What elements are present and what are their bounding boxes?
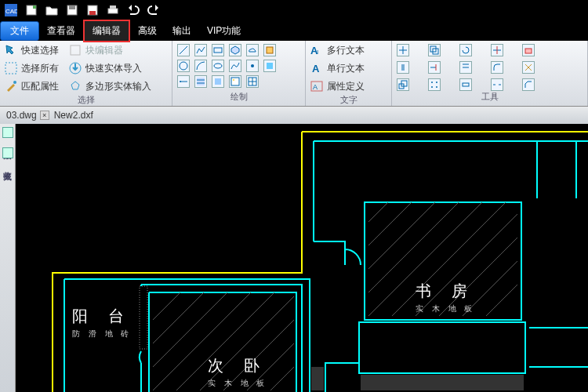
- insert-block-icon[interactable]: [263, 60, 276, 72]
- quick-import-icon[interactable]: [69, 62, 82, 74]
- attdef-label[interactable]: 属性定义: [327, 80, 365, 93]
- block-icon[interactable]: [263, 44, 276, 56]
- open-icon[interactable]: [44, 2, 60, 18]
- trim-icon[interactable]: [491, 44, 503, 56]
- mirror-icon[interactable]: [397, 61, 409, 74]
- redo-icon[interactable]: [146, 2, 162, 18]
- room-balcony: 阳 台 防 滑 地 砖: [72, 306, 132, 339]
- dtext-label[interactable]: 单行文本: [327, 62, 365, 75]
- cloud-icon[interactable]: [246, 44, 259, 56]
- menu-view[interactable]: 查看器: [39, 21, 83, 41]
- line-icon[interactable]: [177, 44, 190, 56]
- stretch-icon[interactable]: [459, 78, 472, 91]
- spline-icon[interactable]: [229, 60, 241, 72]
- ray-icon[interactable]: [177, 75, 190, 88]
- array-icon[interactable]: [428, 78, 441, 91]
- pdf-icon[interactable]: [85, 2, 100, 18]
- rotate-icon[interactable]: [459, 44, 472, 56]
- mtext-icon[interactable]: AI: [310, 44, 323, 56]
- menu-file[interactable]: 文件: [0, 21, 39, 41]
- move-icon[interactable]: [397, 44, 409, 56]
- side-fav-icon[interactable]: [2, 147, 13, 158]
- svg-point-18: [214, 64, 222, 68]
- ribbon-group-tools: 工具: [392, 41, 588, 106]
- svg-text:A: A: [312, 63, 320, 74]
- drawing-canvas[interactable]: 阳 台 防 滑 地 砖 次 卧 实 木 地 板 书 房 实 木 地 板: [16, 124, 588, 392]
- floorplan-svg: [16, 124, 588, 392]
- dtext-icon[interactable]: A: [310, 62, 323, 74]
- file-tab-2[interactable]: New2.dxf: [54, 110, 93, 121]
- svg-point-13: [13, 81, 16, 84]
- explode-icon[interactable]: [522, 61, 535, 74]
- menu-editor[interactable]: 编辑器: [83, 20, 130, 42]
- svg-rect-77: [361, 375, 524, 390]
- arc-icon[interactable]: [194, 60, 207, 72]
- svg-rect-16: [267, 47, 273, 53]
- quick-select-label[interactable]: 快速选择: [21, 44, 59, 57]
- polygon-icon[interactable]: [229, 44, 241, 56]
- scale-icon[interactable]: [397, 78, 409, 91]
- circle-icon[interactable]: [177, 60, 190, 72]
- svg-point-17: [180, 62, 187, 70]
- offset-icon[interactable]: [459, 61, 472, 74]
- balcony-floor: 防 滑 地 砖: [72, 328, 132, 339]
- svg-line-14: [180, 46, 187, 54]
- region-icon[interactable]: [212, 75, 224, 88]
- new-icon[interactable]: [24, 2, 39, 18]
- undo-icon[interactable]: [125, 2, 141, 18]
- print-icon[interactable]: [105, 2, 121, 18]
- ribbon-group-select: 快速选择 块编辑器 选择所有 快速实体导入 匹配属性 多边形实体输入 选择: [0, 41, 172, 106]
- side-drawing-icon[interactable]: [2, 127, 13, 138]
- svg-line-60: [270, 367, 294, 390]
- quick-select-icon[interactable]: [5, 44, 17, 56]
- svg-line-63: [153, 292, 180, 320]
- block-editor-label: 块编辑器: [85, 44, 123, 57]
- rect-icon[interactable]: [212, 44, 224, 56]
- draw-tools-grid: [177, 42, 300, 88]
- match-props-icon[interactable]: [5, 80, 17, 93]
- extend-icon[interactable]: [428, 61, 441, 74]
- polyline-icon[interactable]: [194, 44, 207, 56]
- menu-advanced[interactable]: 高级: [130, 21, 165, 41]
- balcony-name: 阳 台: [72, 306, 132, 327]
- svg-rect-27: [231, 78, 239, 85]
- polygon-import-label[interactable]: 多边形实体输入: [85, 80, 151, 93]
- ellipse-icon[interactable]: [212, 60, 224, 72]
- match-props-label[interactable]: 匹配属性: [21, 80, 59, 93]
- mtext-label[interactable]: 多行文本: [327, 44, 365, 57]
- table-icon[interactable]: [246, 75, 259, 88]
- image-icon[interactable]: [229, 75, 241, 88]
- svg-point-49: [436, 86, 437, 88]
- svg-rect-9: [110, 5, 116, 9]
- menu-output[interactable]: 输出: [165, 21, 199, 41]
- svg-point-28: [233, 79, 234, 81]
- break-icon[interactable]: [491, 78, 503, 91]
- svg-rect-74: [140, 286, 147, 349]
- select-all-icon[interactable]: [5, 62, 17, 74]
- chamfer-icon[interactable]: [522, 78, 535, 91]
- erase-icon[interactable]: [522, 44, 535, 56]
- ribbon-group-text: AI 多行文本 A 单行文本 A 属性定义 文字: [306, 41, 392, 106]
- point-icon[interactable]: [246, 60, 259, 72]
- file-tab-1[interactable]: 03.dwg ×: [6, 110, 49, 121]
- svg-rect-7: [89, 11, 96, 15]
- copy-icon[interactable]: [428, 44, 441, 56]
- polygon-import-icon[interactable]: [69, 80, 82, 93]
- close-tab-icon[interactable]: ×: [40, 111, 49, 120]
- hatch-icon[interactable]: [194, 75, 207, 88]
- select-all-label[interactable]: 选择所有: [21, 62, 59, 75]
- svg-line-62: [153, 292, 204, 343]
- study-floor: 实 木 地 板: [416, 303, 475, 314]
- fillet-icon[interactable]: [491, 61, 503, 74]
- svg-line-70: [368, 202, 459, 292]
- save-icon[interactable]: [64, 2, 80, 18]
- svg-point-19: [251, 64, 254, 67]
- menu-vip[interactable]: VIP功能: [199, 21, 249, 41]
- attdef-icon[interactable]: A: [310, 80, 323, 93]
- svg-rect-15: [214, 48, 222, 53]
- group-text-label: 文字: [310, 94, 387, 107]
- svg-point-48: [431, 86, 433, 88]
- svg-text:I: I: [317, 49, 318, 56]
- svg-rect-54: [359, 322, 525, 373]
- quick-import-label[interactable]: 快速实体导入: [85, 62, 142, 75]
